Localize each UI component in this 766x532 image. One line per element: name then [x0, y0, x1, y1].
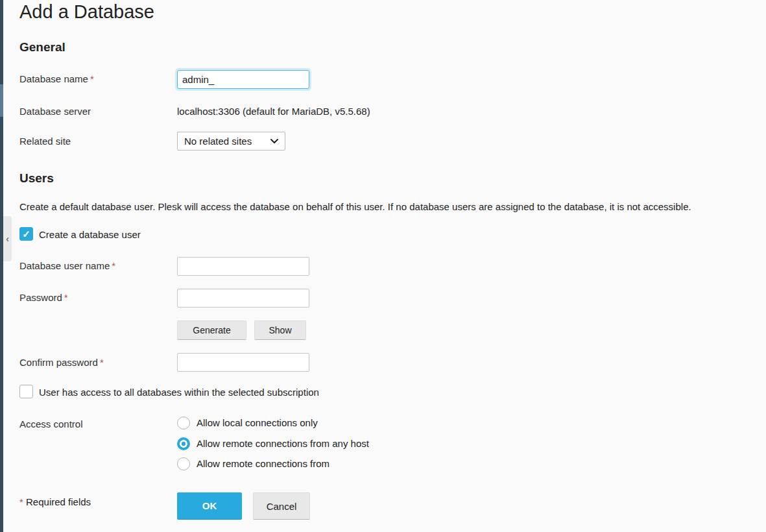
database-user-name-input[interactable]	[177, 257, 309, 276]
all-databases-checkbox-label: User has access to all databases within …	[39, 387, 319, 398]
radio-remote-any-host[interactable]	[177, 437, 190, 450]
confirm-password-label-text: Confirm password	[19, 357, 98, 368]
page-title: Add a Database	[19, 1, 154, 23]
related-site-selected-value: No related sites	[184, 136, 252, 147]
radio-remote-any-host-label: Allow remote connections from any host	[197, 438, 369, 449]
users-description: Create a default database user. Plesk wi…	[19, 201, 691, 212]
database-name-label-text: Database name	[19, 73, 88, 84]
users-section-heading: Users	[19, 171, 54, 186]
radio-remote-from-label: Allow remote connections from	[197, 458, 329, 469]
generate-button[interactable]: Generate	[177, 320, 246, 340]
show-button[interactable]: Show	[254, 320, 306, 340]
related-site-select[interactable]: No related sites	[177, 132, 285, 151]
general-section-heading: General	[19, 40, 66, 54]
radio-remote-from[interactable]	[177, 457, 190, 470]
required-fields-note: * Required fields	[19, 496, 91, 507]
radio-local-connections[interactable]	[177, 417, 190, 429]
required-asterisk: *	[100, 357, 104, 368]
required-asterisk: *	[64, 292, 68, 303]
create-user-checkbox-label: Create a database user	[39, 229, 141, 240]
required-fields-note-text: Required fields	[26, 496, 91, 507]
database-name-input[interactable]	[177, 70, 309, 89]
sidebar-collapse-button[interactable]: ‹	[3, 216, 12, 261]
database-server-value: localhost:3306 (default for MariaDB, v5.…	[177, 106, 370, 117]
password-input[interactable]	[177, 289, 309, 308]
access-control-label: Access control	[19, 418, 83, 429]
related-site-label: Related site	[19, 136, 71, 147]
password-label-text: Password	[19, 292, 62, 303]
password-label: Password*	[19, 292, 68, 303]
database-server-label-text: Database server	[19, 106, 91, 117]
sidebar-edge	[0, 0, 3, 532]
add-database-page: ‹ Add a Database General Database name* …	[0, 0, 766, 532]
create-user-checkbox[interactable]: ✓	[19, 227, 33, 241]
cancel-button[interactable]: Cancel	[253, 492, 310, 520]
database-server-label: Database server	[19, 106, 91, 117]
ok-button[interactable]: OK	[177, 492, 242, 520]
database-user-name-label-text: Database user name	[19, 260, 110, 271]
sidebar-edge-highlight	[0, 84, 3, 117]
radio-local-connections-label: Allow local connections only	[197, 417, 318, 428]
check-icon: ✓	[22, 229, 30, 239]
required-asterisk: *	[112, 260, 115, 271]
confirm-password-label: Confirm password*	[19, 357, 104, 368]
required-asterisk: *	[90, 73, 94, 84]
required-asterisk: *	[19, 496, 23, 507]
confirm-password-input[interactable]	[177, 353, 309, 372]
chevron-left-icon: ‹	[6, 234, 9, 243]
access-control-label-text: Access control	[19, 418, 83, 429]
database-name-label: Database name*	[19, 73, 94, 84]
chevron-down-icon	[270, 139, 278, 144]
related-site-label-text: Related site	[19, 136, 71, 147]
all-databases-checkbox[interactable]: ✓	[19, 385, 33, 398]
database-user-name-label: Database user name*	[19, 260, 115, 271]
